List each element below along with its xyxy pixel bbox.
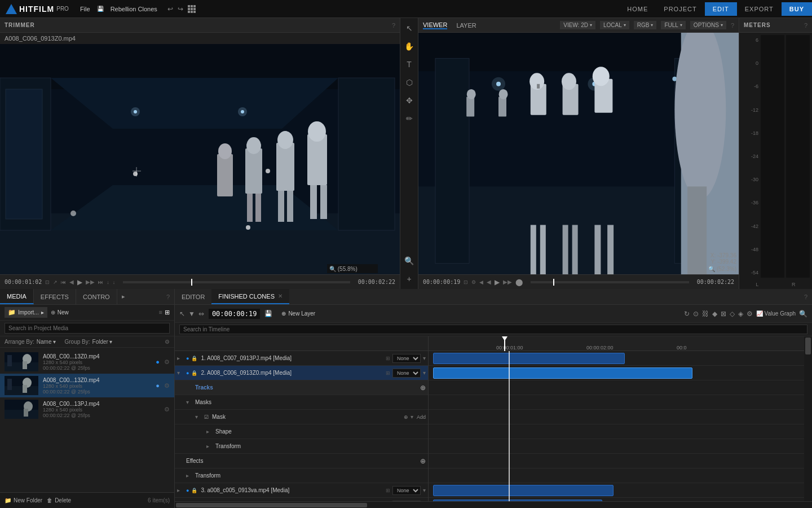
media-item-gear-icon[interactable]: ⚙ xyxy=(164,358,170,366)
tl-settings-icon[interactable]: ⚙ xyxy=(747,310,753,318)
arrange-settings-icon[interactable]: ⚙ xyxy=(165,339,170,345)
redo-icon[interactable]: ↪ xyxy=(178,5,183,13)
track-expand-icon[interactable]: ▸ xyxy=(177,487,184,493)
timeline-scrollbar-v[interactable] xyxy=(804,336,812,501)
view-local-dropdown[interactable]: LOCAL ▾ xyxy=(600,21,629,29)
track-dropdown-icon[interactable]: ▾ xyxy=(423,487,426,493)
clip-block[interactable] xyxy=(433,485,614,496)
track-blend-select[interactable]: None xyxy=(392,369,421,378)
timeline-scrollbar-h[interactable] xyxy=(175,501,812,508)
tab-media[interactable]: MEDIA xyxy=(0,289,34,304)
media-help-icon[interactable]: ? xyxy=(162,294,174,300)
timeline-search-input[interactable] xyxy=(179,325,807,334)
tab-more-icon[interactable]: ▸ xyxy=(117,293,130,300)
trimmer-export-icon[interactable]: ↗ xyxy=(53,279,58,285)
tab-controls[interactable]: CONTRO xyxy=(76,289,117,304)
nav-project[interactable]: PROJECT xyxy=(656,2,704,16)
viewer-stop-icon[interactable]: ⬤ xyxy=(515,278,523,286)
track-lock-icon[interactable]: 🔒 xyxy=(191,488,197,493)
trimmer-markout-icon[interactable]: ↓ xyxy=(113,279,116,285)
trimmer-progress[interactable] xyxy=(123,281,350,283)
clip-block[interactable] xyxy=(433,353,625,364)
view-options-dropdown[interactable]: OPTIONS ▾ xyxy=(690,21,726,29)
track-blend-select[interactable]: None xyxy=(392,486,421,495)
nav-project-name[interactable]: Rebellion Clones xyxy=(111,6,157,12)
track-eye-icon[interactable]: ● xyxy=(186,370,189,376)
viewer-help-icon[interactable]: ? xyxy=(731,22,734,29)
tab-close-icon[interactable]: ✕ xyxy=(278,293,283,299)
nav-edit[interactable]: EDIT xyxy=(705,2,737,16)
tl-save-icon[interactable]: 💾 xyxy=(264,310,272,317)
viewer-expand-icon[interactable]: ⊡ xyxy=(464,279,468,285)
media-item[interactable]: A008_C00...13Z0.mp4 1280 x 540 pixels 00… xyxy=(0,350,174,374)
track-expand-icon[interactable]: ▾ xyxy=(186,399,193,405)
trimmer-markin-icon[interactable]: ↓ xyxy=(107,279,109,285)
tl-diamond-icon[interactable]: ◇ xyxy=(730,310,735,318)
zoom-tool-icon[interactable]: 🔍 xyxy=(403,254,416,268)
nav-home[interactable]: HOME xyxy=(619,2,656,16)
new-layer-button[interactable]: ⊕ New Layer xyxy=(281,310,315,317)
trimmer-prev-icon[interactable]: ⏮ xyxy=(61,279,66,285)
move-tool-icon[interactable]: ✥ xyxy=(403,94,416,107)
track-expand-icon[interactable]: ▸ xyxy=(186,472,193,479)
viewer-stepfwd-icon[interactable]: ▶▶ xyxy=(503,279,512,285)
tl-pointer-icon[interactable]: ↖ xyxy=(179,310,185,318)
trimmer-help-icon[interactable]: ? xyxy=(392,22,395,29)
view-full-dropdown[interactable]: FULL ▾ xyxy=(661,21,685,29)
trimmer-expand-icon[interactable]: ⊡ xyxy=(45,279,50,285)
viewer-extra-icon[interactable]: + xyxy=(403,272,416,286)
trimmer-next-icon[interactable]: ⏭ xyxy=(98,279,103,285)
trimmer-play-icon[interactable]: ▶ xyxy=(77,278,82,286)
track-blend-select[interactable]: None xyxy=(392,354,421,363)
editor-help-icon[interactable]: ? xyxy=(800,294,812,300)
viewer-progress[interactable] xyxy=(531,281,689,283)
tl-mark-icon[interactable]: ◆ xyxy=(712,310,717,318)
media-item[interactable]: A008_C00...13Z0.mp4 1280 x 540 pixels 00… xyxy=(0,374,174,397)
meters-help-icon[interactable]: ? xyxy=(804,22,807,29)
track-dropdown-icon[interactable]: ▾ xyxy=(423,355,426,361)
track-dropdown-icon[interactable]: ▾ xyxy=(411,414,413,420)
media-item-gear-icon[interactable]: ⚙ xyxy=(164,382,170,389)
viewer-settings-icon[interactable]: ⚙ xyxy=(471,279,476,285)
tl-diamond2-icon[interactable]: ◈ xyxy=(738,310,743,318)
tl-inout-icon[interactable]: ⊠ xyxy=(721,310,726,318)
viewer-stepback-icon[interactable]: ◀ xyxy=(487,279,491,285)
viewer-tab-viewer[interactable]: VIEWER xyxy=(423,21,447,29)
tl-snap-icon[interactable]: ⊙ xyxy=(693,310,699,318)
view-rgb-dropdown[interactable]: RGB ▾ xyxy=(634,21,657,29)
grid-view-icon[interactable]: ⊞ xyxy=(165,309,170,316)
buy-button[interactable]: BUY xyxy=(782,2,812,16)
track-expand-icon[interactable]: ▸ xyxy=(206,428,213,435)
track-lock-icon[interactable]: 🔒 xyxy=(191,356,197,361)
grid-menu-icon[interactable] xyxy=(188,5,196,13)
undo-icon[interactable]: ↩ xyxy=(167,5,173,13)
cursor-tool-icon[interactable]: ↖ xyxy=(403,21,416,35)
clip-block[interactable] xyxy=(433,500,602,501)
track-eye-icon[interactable]: ● xyxy=(186,488,189,493)
text-tool-icon[interactable]: T xyxy=(403,58,416,71)
media-search-input[interactable] xyxy=(5,323,170,334)
arrange-by-dropdown[interactable]: Name ▾ xyxy=(37,339,56,345)
pen-tool-icon[interactable]: ✏ xyxy=(403,112,416,125)
track-expand-icon[interactable]: ▾ xyxy=(195,414,202,420)
tracks-add-icon[interactable]: ⊕ xyxy=(420,384,426,392)
mask-checkbox[interactable]: ☑ xyxy=(204,414,209,420)
tl-loop-icon[interactable]: ↻ xyxy=(684,310,690,318)
trimmer-stepback-icon[interactable]: ◀ xyxy=(69,279,74,285)
tl-filter-icon[interactable]: ▼ xyxy=(188,310,195,318)
list-view-icon[interactable]: ≡ xyxy=(159,309,162,316)
effects-add-icon[interactable]: ⊕ xyxy=(420,457,426,465)
tab-effects[interactable]: EFFECTS xyxy=(34,289,76,304)
mask-add-icon[interactable]: ⊕ xyxy=(404,414,408,420)
tab-finished-clones[interactable]: FINISHED CLONES ✕ xyxy=(211,289,289,304)
import-button[interactable]: 📁 Import... ▸ xyxy=(5,307,47,318)
tl-search-icon[interactable]: 🔍 xyxy=(799,310,807,318)
nodes-tool-icon[interactable]: ⬡ xyxy=(403,76,416,89)
new-folder-button[interactable]: 📁 New Folder xyxy=(5,497,42,503)
track-expand-icon[interactable]: ▸ xyxy=(206,443,213,449)
viewer-tab-layer[interactable]: LAYER xyxy=(456,22,476,29)
delete-button[interactable]: 🗑 Delete xyxy=(47,497,71,503)
viewer-markin-icon[interactable]: ◀ xyxy=(479,279,483,285)
track-expand-icon[interactable]: ▸ xyxy=(177,355,184,361)
nav-file[interactable]: File xyxy=(80,6,90,12)
